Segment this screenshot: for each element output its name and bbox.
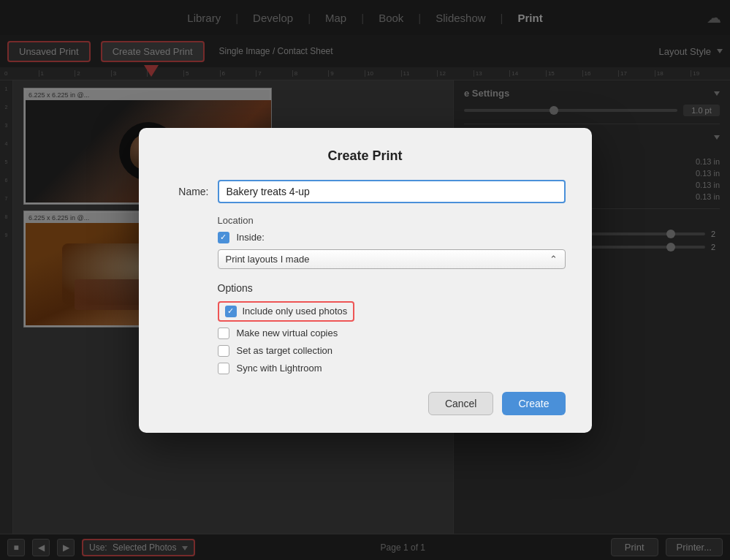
options-label: Options: [218, 282, 566, 294]
create-button[interactable]: Create: [502, 392, 565, 415]
inside-label-text: Inside:: [237, 232, 265, 243]
option2-label: Make new virtual copies: [237, 328, 338, 338]
inside-row: ✓ Inside:: [218, 232, 566, 243]
option1-checkbox[interactable]: ✓: [225, 306, 237, 317]
option2-row: Make new virtual copies: [218, 328, 566, 339]
option1-label: Include only used photos: [243, 306, 348, 317]
select-chevron-icon: ⌃: [550, 254, 558, 265]
modal-title: Create Print: [165, 148, 566, 164]
modal-name-field: Name:: [165, 180, 566, 203]
option3-checkbox[interactable]: [218, 345, 229, 357]
modal-buttons: Cancel Create: [165, 392, 566, 415]
name-label: Name:: [165, 186, 209, 197]
modal-overlay: Create Print Name: Location ✓ Inside: Pr…: [0, 0, 730, 560]
inside-select[interactable]: Print layouts I made ⌃: [218, 249, 566, 269]
cancel-button[interactable]: Cancel: [428, 392, 494, 415]
option4-row: Sync with Lightroom: [218, 363, 566, 374]
name-input[interactable]: [218, 180, 566, 203]
option4-label: Sync with Lightroom: [237, 363, 322, 374]
option4-checkbox[interactable]: [218, 363, 229, 374]
option1-highlighted: ✓ Include only used photos: [218, 301, 355, 322]
inside-checkbox[interactable]: ✓: [218, 232, 229, 243]
option1-row: ✓ Include only used photos: [218, 301, 566, 322]
create-print-modal: Create Print Name: Location ✓ Inside: Pr…: [139, 128, 592, 433]
option3-row: Set as target collection: [218, 345, 566, 357]
option3-label: Set as target collection: [237, 345, 333, 356]
location-label: Location: [218, 215, 566, 226]
option2-checkbox[interactable]: [218, 328, 229, 339]
